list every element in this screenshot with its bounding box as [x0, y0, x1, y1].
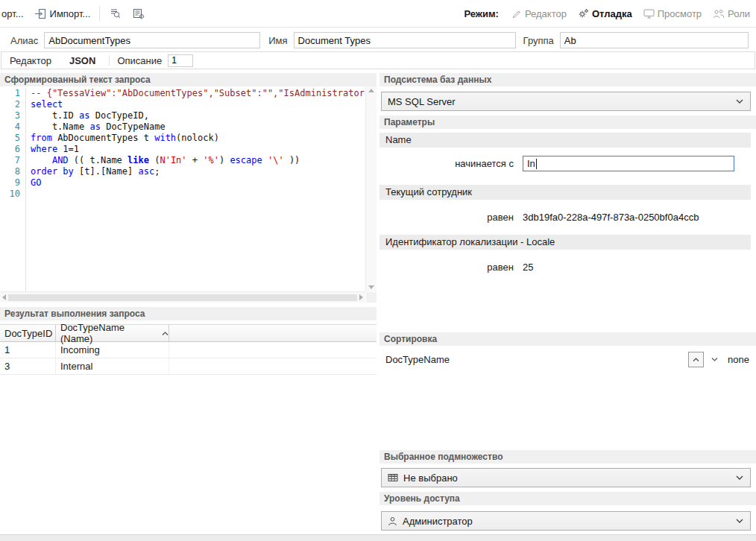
left-panel: Сформированный текст запроса 12345678910…: [0, 73, 377, 534]
param-name-input-value: In: [527, 158, 535, 169]
query-text-header: Сформированный текст запроса: [0, 73, 377, 86]
param-employee-operator: равен: [379, 212, 514, 223]
mode-debug-button[interactable]: Отладка: [578, 8, 632, 19]
export-button-label: орт...: [1, 8, 24, 19]
editor-tabs: Редактор JSON Описание: [1, 51, 755, 69]
db-subsystem-value: MS SQL Server: [388, 96, 456, 107]
chevron-down-icon: [736, 99, 743, 104]
tabs-divider: [109, 55, 110, 66]
text-caret: [536, 159, 537, 169]
table-row[interactable]: 1Incoming: [0, 342, 377, 358]
import-icon: [34, 8, 46, 19]
group-label: Группа: [523, 35, 554, 46]
scroll-right-icon[interactable]: [359, 294, 363, 300]
column-header-doctypename-label: DocTypeName (Name): [60, 322, 157, 344]
tab-editor[interactable]: Редактор: [8, 55, 53, 66]
scroll-up-icon[interactable]: [368, 89, 374, 92]
toolbar-left-group: орт... Импорт...: [0, 4, 464, 22]
parameters-header: Параметры: [379, 116, 756, 129]
sql-code-editor[interactable]: 12345678910 -- {"TessaView":"AbDocumentT…: [0, 86, 377, 303]
param-name-operator: начинается с: [379, 158, 514, 169]
subset-select[interactable]: Не выбрано: [381, 468, 751, 487]
sort-field-label: DocTypeName: [385, 354, 450, 365]
alias-input[interactable]: [44, 32, 260, 48]
horizontal-scroll-thumb[interactable]: [8, 294, 357, 301]
mode-debug-label: Отладка: [592, 8, 632, 19]
right-panel: Подсистема баз данных MS SQL Server Пара…: [379, 73, 756, 534]
query-result-header: Результат выполнения запроса: [0, 307, 377, 320]
subset-value: Не выбрано: [403, 472, 458, 484]
tab-json[interactable]: JSON: [68, 55, 97, 66]
preview-sql-button[interactable]: [106, 4, 125, 22]
vertical-scrollbar[interactable]: [365, 86, 377, 291]
scroll-down-icon[interactable]: [368, 285, 374, 289]
access-level-value: Администратор: [403, 516, 473, 527]
sort-ascending-icon: [162, 332, 168, 335]
column-header-doctypename[interactable]: DocTypeName (Name): [56, 325, 169, 341]
main-area: Сформированный текст запроса 12345678910…: [0, 73, 756, 534]
person-icon: [388, 516, 397, 526]
mode-editor-label: Редактор: [525, 8, 567, 19]
param-employee-value: 3db19fa0-228a-497f-873a-0250bf0a4ccb: [523, 212, 699, 223]
column-header-filler: [169, 325, 377, 341]
import-button[interactable]: Импорт...: [31, 6, 94, 22]
column-header-doctypeid[interactable]: DocTypeID: [0, 325, 56, 341]
db-subsystem-header: Подсистема баз данных: [379, 73, 756, 86]
code-lines[interactable]: -- {"TessaView":"AbDocumentTypes","Subse…: [26, 88, 365, 291]
name-input[interactable]: [294, 32, 516, 48]
export-button[interactable]: орт...: [0, 6, 27, 22]
param-employee-title: Текущий сотрудник: [379, 185, 751, 200]
chevron-down-icon: [736, 475, 743, 480]
list-gear-icon: [133, 8, 145, 19]
view-settings-button[interactable]: [129, 4, 148, 22]
code-gutter: 12345678910: [0, 88, 26, 291]
horizontal-scrollbar[interactable]: [0, 291, 365, 303]
view-editor-window: орт... Импорт... Режим:: [0, 0, 756, 541]
description-label: Описание: [117, 55, 162, 66]
pencil-icon: [511, 8, 522, 19]
sort-up-button[interactable]: [688, 352, 704, 367]
param-locale-value: 25: [523, 262, 533, 273]
mode-label: Режим:: [464, 8, 499, 19]
param-locale-operator: равен: [379, 262, 514, 273]
param-name-row: начинается с In: [379, 156, 756, 171]
scroll-left-icon[interactable]: [2, 294, 6, 300]
mode-editor-button[interactable]: Редактор: [511, 8, 567, 19]
table-row[interactable]: 3Internal: [0, 358, 377, 375]
mode-view-button[interactable]: Просмотр: [643, 8, 702, 19]
scrollbar-corner: [366, 292, 377, 303]
db-subsystem-select[interactable]: MS SQL Server: [381, 92, 751, 111]
toolbar: орт... Импорт... Режим:: [0, 0, 756, 28]
param-name-title: Name: [379, 133, 751, 148]
chevron-down-icon: [736, 519, 743, 523]
status-bar: [0, 534, 756, 541]
sort-down-button[interactable]: [708, 352, 722, 367]
param-locale-row: равен 25: [379, 262, 756, 273]
result-table-header: DocTypeID DocTypeName (Name): [0, 324, 377, 342]
description-input[interactable]: [168, 54, 193, 67]
grid-icon: [388, 473, 398, 482]
mode-roles-button[interactable]: Роли: [713, 8, 750, 19]
mode-switcher: Режим: Редактор Отладка Просмотр: [464, 8, 750, 19]
group-input[interactable]: [560, 32, 749, 48]
access-level-select[interactable]: Администратор: [381, 511, 751, 531]
import-button-label: Импорт...: [50, 8, 91, 19]
toolbar-separator: [99, 6, 100, 21]
param-name-input[interactable]: In: [523, 156, 734, 171]
sorting-header: Сортировка: [379, 332, 756, 346]
alias-label: Алиас: [10, 35, 38, 46]
result-table: DocTypeID DocTypeName (Name) 1Incoming3I…: [0, 324, 377, 534]
sorting-row: DocTypeName none: [379, 352, 756, 367]
chevron-down-icon: [711, 358, 718, 361]
mode-view-label: Просмотр: [658, 8, 702, 19]
mode-roles-label: Роли: [728, 8, 750, 19]
people-icon: [713, 9, 725, 19]
monitor-icon: [643, 9, 655, 19]
subset-header: Выбранное подмножество: [379, 450, 756, 464]
column-header-doctypeid-label: DocTypeID: [4, 328, 52, 339]
search-document-icon: [110, 8, 122, 19]
param-employee-row: равен 3db19fa0-228a-497f-873a-0250bf0a4c…: [379, 212, 756, 223]
result-rows: 1Incoming3Internal: [0, 342, 377, 375]
name-label: Имя: [268, 35, 287, 46]
gear-icon: [578, 8, 589, 19]
